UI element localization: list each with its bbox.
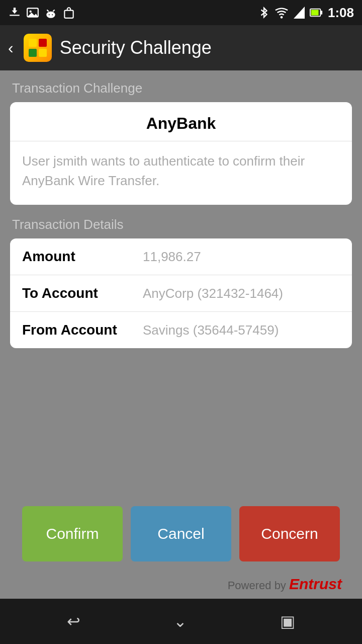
svg-point-8	[52, 14, 53, 15]
amount-row: Amount 11,986.27	[10, 238, 352, 275]
bag-icon	[62, 6, 75, 19]
battery-icon	[310, 7, 323, 18]
image-icon	[26, 6, 39, 19]
svg-rect-20	[39, 49, 47, 57]
powered-by-text: Powered by	[228, 579, 286, 592]
to-account-row: To Account AnyCorp (321432-1464)	[10, 275, 352, 312]
svg-marker-5	[27, 13, 38, 17]
svg-marker-13	[294, 7, 305, 19]
download-icon	[8, 6, 21, 19]
bluetooth-icon	[258, 6, 269, 19]
recents-nav-icon[interactable]: ▣	[280, 612, 295, 631]
cancel-button[interactable]: Cancel	[131, 506, 231, 561]
signal-icon	[294, 6, 305, 19]
svg-rect-16	[320, 11, 322, 14]
time-display: 1:08	[328, 5, 354, 21]
svg-point-12	[281, 16, 283, 19]
back-nav-icon[interactable]: ↩	[67, 612, 80, 631]
challenge-card: AnyBank User jsmith wants to authenticat…	[10, 102, 352, 205]
svg-rect-19	[29, 49, 37, 57]
confirm-button[interactable]: Confirm	[22, 506, 123, 561]
details-card: Amount 11,986.27 To Account AnyCorp (321…	[10, 238, 352, 348]
back-button[interactable]: ‹	[8, 39, 14, 57]
app-bar: ‹ Security Challenge	[0, 25, 362, 70]
from-account-label: From Account	[22, 322, 143, 338]
nav-bar: ↩ ⌄ ▣	[0, 599, 362, 644]
status-bar: 1:08	[0, 0, 362, 25]
svg-point-6	[46, 12, 55, 18]
powered-by-footer: Powered by Entrust	[10, 572, 352, 599]
to-account-label: To Account	[22, 285, 143, 301]
status-icons-right: 1:08	[258, 5, 354, 21]
from-account-row: From Account Savings (35644-57459)	[10, 312, 352, 348]
entrust-brand: Entrust	[289, 576, 342, 592]
bottom-area: Confirm Cancel Concern Powered by Entrus…	[0, 360, 362, 599]
svg-rect-18	[39, 39, 47, 47]
home-nav-icon[interactable]: ⌄	[173, 612, 187, 631]
transaction-challenge-label: Transaction Challenge	[12, 80, 352, 96]
challenge-message: User jsmith wants to authenticate to con…	[10, 141, 352, 205]
transaction-details-label: Transaction Details	[12, 217, 352, 232]
amount-value: 11,986.27	[143, 249, 340, 265]
svg-rect-11	[64, 11, 73, 18]
amount-label: Amount	[22, 249, 143, 265]
svg-line-10	[53, 10, 54, 12]
svg-point-4	[30, 11, 32, 13]
svg-rect-2	[14, 8, 16, 12]
app-title: Security Challenge	[60, 37, 212, 58]
svg-line-9	[47, 10, 48, 12]
action-buttons: Confirm Cancel Concern	[10, 506, 352, 561]
android-icon	[44, 6, 57, 19]
svg-rect-17	[29, 39, 37, 47]
svg-rect-15	[311, 10, 319, 15]
wifi-icon	[275, 6, 289, 19]
app-icon	[24, 34, 52, 62]
svg-rect-0	[10, 15, 20, 16]
bank-name: AnyBank	[10, 102, 352, 141]
concern-button[interactable]: Concern	[239, 506, 340, 561]
svg-point-7	[49, 14, 50, 15]
from-account-value: Savings (35644-57459)	[143, 323, 340, 338]
to-account-value: AnyCorp (321432-1464)	[143, 286, 340, 301]
main-content: Transaction Challenge AnyBank User jsmit…	[0, 70, 362, 360]
status-icons-left	[8, 6, 75, 19]
